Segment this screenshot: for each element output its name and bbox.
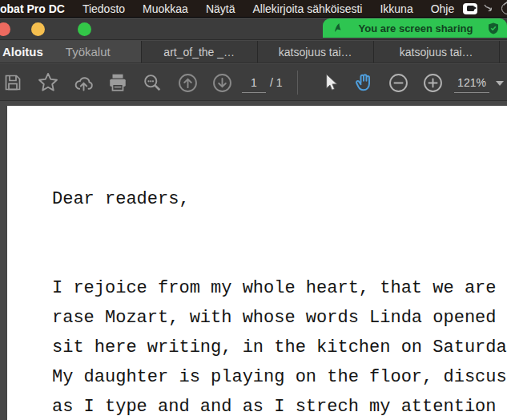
doc-tab-partial[interactable] bbox=[499, 41, 507, 63]
macos-menu-bar: obat Pro DC Tiedosto Muokkaa Näytä Allek… bbox=[0, 0, 507, 18]
screen-sharing-label: You are screen sharing bbox=[344, 22, 488, 34]
menu-app-name[interactable]: obat Pro DC bbox=[0, 2, 65, 15]
window-title-bar: You are screen sharing bbox=[0, 18, 507, 40]
document-line: Dear readers, bbox=[52, 184, 507, 214]
menu-item-allekirjoita[interactable]: Allekirjoita sähköisesti bbox=[252, 2, 362, 15]
menu-item-ohje[interactable]: Ohje bbox=[431, 2, 455, 15]
document-line: sit here writing, in the kitchen on Satu… bbox=[52, 333, 507, 362]
share-cloud-button[interactable] bbox=[70, 64, 96, 101]
cloud-upload-icon bbox=[73, 72, 95, 94]
circle-plus-icon bbox=[422, 72, 444, 94]
zoom-level-input[interactable]: 121% bbox=[454, 72, 489, 93]
tab-tyokalut[interactable]: Työkalut bbox=[54, 41, 122, 63]
hand-tool-button[interactable] bbox=[350, 64, 377, 101]
print-button[interactable] bbox=[105, 64, 131, 101]
document-line: My daughter is playing on the floor, dis… bbox=[52, 362, 507, 392]
menu-item-muokkaa[interactable]: Muokkaa bbox=[143, 2, 188, 15]
toolbar-separator bbox=[297, 71, 298, 95]
minimize-window-button[interactable] bbox=[31, 22, 45, 36]
circle-down-arrow-icon bbox=[211, 72, 233, 94]
document-line bbox=[52, 214, 507, 244]
page-number-input[interactable]: 1 bbox=[242, 72, 266, 93]
circle-minus-icon bbox=[388, 72, 409, 94]
zoom-out-button[interactable] bbox=[385, 64, 411, 101]
menu-status-icon[interactable] bbox=[501, 2, 507, 14]
document-viewport[interactable]: Dear readers, I rejoice from my whole he… bbox=[0, 102, 507, 420]
save-button[interactable] bbox=[1, 64, 25, 101]
document-line bbox=[52, 244, 507, 273]
doc-tab-art-of-the[interactable]: art_of_the _… bbox=[141, 41, 257, 63]
menu-item-nayta[interactable]: Näytä bbox=[206, 2, 235, 15]
cursor-arrow-icon bbox=[320, 72, 340, 93]
search-icon bbox=[142, 72, 163, 94]
screen-recording-icon[interactable] bbox=[463, 3, 477, 14]
shield-check-icon bbox=[488, 22, 499, 34]
select-tool-button[interactable] bbox=[317, 64, 343, 101]
menu-item-tiedosto[interactable]: Tiedosto bbox=[82, 2, 125, 15]
document-text: Dear readers, I rejoice from my whole he… bbox=[52, 184, 507, 420]
search-button[interactable] bbox=[139, 64, 165, 101]
circle-up-arrow-icon bbox=[177, 72, 199, 94]
screen-sharing-banner: You are screen sharing bbox=[323, 18, 507, 38]
favorites-button[interactable] bbox=[35, 64, 61, 101]
zoom-window-button[interactable] bbox=[78, 22, 91, 36]
share-cursor-icon bbox=[332, 22, 344, 34]
hand-tool-icon bbox=[352, 71, 375, 94]
doc-tab-katsojuus-2[interactable]: katsojuus tai… bbox=[373, 41, 499, 63]
printer-icon bbox=[107, 72, 128, 93]
previous-page-button[interactable] bbox=[175, 64, 200, 101]
zoom-dropdown-caret-icon[interactable] bbox=[496, 81, 504, 86]
pdf-page: Dear readers, I rejoice from my whole he… bbox=[7, 106, 507, 420]
zoom-in-button[interactable] bbox=[420, 64, 445, 101]
document-line: rase Mozart, with whose words Linda open… bbox=[52, 303, 507, 333]
close-window-button[interactable] bbox=[0, 22, 10, 36]
star-icon bbox=[37, 71, 59, 94]
pointer-path-icon[interactable] bbox=[483, 2, 496, 15]
page-total-label: / 1 bbox=[270, 72, 283, 93]
doc-tab-katsojuus-1[interactable]: katsojuus tai… bbox=[257, 41, 373, 63]
document-line: I rejoice from my whole heart, that we a… bbox=[52, 273, 507, 303]
tab-aloitus[interactable]: Aloitus bbox=[0, 41, 54, 63]
acrobat-tab-bar: Aloitus Työkalut art_of_the _… katsojuus… bbox=[0, 41, 507, 63]
menu-item-ikkuna[interactable]: Ikkuna bbox=[380, 2, 412, 15]
next-page-button[interactable] bbox=[209, 64, 235, 101]
document-line: as I type and and as I strech my attenti… bbox=[52, 392, 507, 420]
acrobat-toolbar: 1 / 1 121% bbox=[0, 64, 507, 101]
save-icon bbox=[3, 73, 22, 92]
